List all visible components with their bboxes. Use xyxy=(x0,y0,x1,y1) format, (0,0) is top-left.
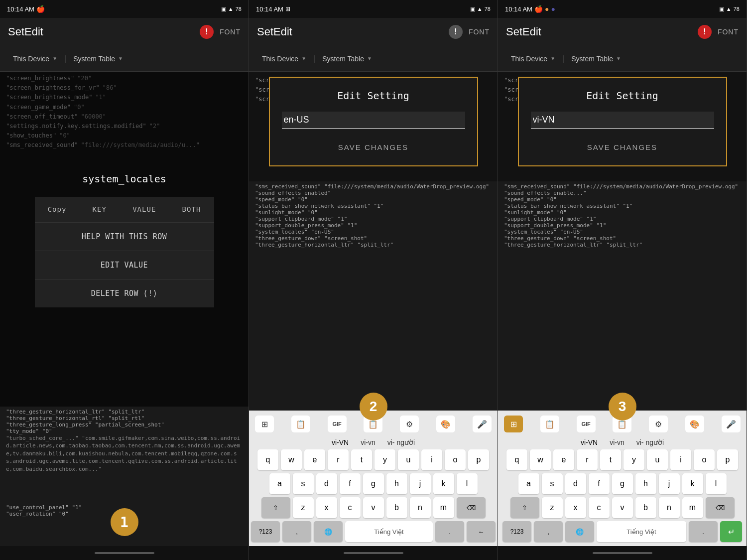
key-n-2[interactable]: n xyxy=(410,497,431,518)
key-y-2[interactable]: y xyxy=(374,449,395,470)
key-l-2[interactable]: l xyxy=(457,473,478,494)
table-dropdown-1[interactable]: System Table ▼ xyxy=(68,52,128,66)
key-backspace-3[interactable]: ⌫ xyxy=(706,497,735,518)
error-icon-2[interactable]: ! xyxy=(449,25,463,39)
table-dropdown-2[interactable]: System Table ▼ xyxy=(317,52,377,66)
key-n-3[interactable]: n xyxy=(659,497,680,518)
key-t-2[interactable]: t xyxy=(351,449,372,470)
edit-input-2[interactable] xyxy=(282,112,465,129)
key-enter-3[interactable]: ↵ xyxy=(720,521,742,542)
key-h-3[interactable]: h xyxy=(635,473,656,494)
delete-row[interactable]: DELETE ROW (!) xyxy=(35,280,214,307)
key-w-2[interactable]: w xyxy=(281,449,302,470)
save-btn-3[interactable]: SAVE CHANGES xyxy=(531,139,714,155)
device-dropdown-2[interactable]: This Device ▼ xyxy=(257,52,311,66)
key-shift-2[interactable]: ⇧ xyxy=(261,497,290,518)
key-p-3[interactable]: p xyxy=(717,449,738,470)
device-dropdown-3[interactable]: This Device ▼ xyxy=(506,52,560,66)
key-s-3[interactable]: s xyxy=(542,473,563,494)
key-a-3[interactable]: a xyxy=(518,473,539,494)
key-comma-2[interactable]: , xyxy=(282,521,311,542)
kb-theme-btn-2[interactable]: 🎨 xyxy=(436,416,455,432)
key-u-2[interactable]: u xyxy=(398,449,419,470)
key-j-2[interactable]: j xyxy=(410,473,431,494)
key-o-2[interactable]: o xyxy=(445,449,466,470)
kb-gif-btn-2[interactable]: GIF xyxy=(328,416,347,432)
copy-label[interactable]: Copy xyxy=(48,204,67,215)
key-o-3[interactable]: o xyxy=(694,449,715,470)
kb-mic-btn-3[interactable]: 🎤 xyxy=(722,416,741,432)
error-icon-3[interactable]: ! xyxy=(698,25,712,39)
suggestion-2-2[interactable]: vi- người xyxy=(387,438,415,446)
key-l-3[interactable]: l xyxy=(706,473,727,494)
both-label[interactable]: BOTH xyxy=(182,204,201,215)
key-backspace-2[interactable]: ⌫ xyxy=(457,497,486,518)
font-label-2[interactable]: FONT xyxy=(469,28,490,36)
key-r-3[interactable]: r xyxy=(577,449,598,470)
key-m-2[interactable]: m xyxy=(433,497,454,518)
key-y-3[interactable]: y xyxy=(623,449,644,470)
device-dropdown-1[interactable]: This Device ▼ xyxy=(8,52,62,66)
key-w-3[interactable]: w xyxy=(530,449,551,470)
kb-clip-btn-2[interactable]: 📋 xyxy=(291,416,310,432)
font-label-3[interactable]: FONT xyxy=(718,28,739,36)
key-e-2[interactable]: e xyxy=(304,449,325,470)
suggestion-1-2[interactable]: vi-vn xyxy=(361,438,375,446)
kb-gif-btn-3[interactable]: GIF xyxy=(577,416,596,432)
key-a-2[interactable]: a xyxy=(269,473,290,494)
key-z-2[interactable]: z xyxy=(293,497,314,518)
key-d-3[interactable]: d xyxy=(565,473,586,494)
kb-settings-btn-3[interactable]: ⚙ xyxy=(649,416,668,432)
kb-settings-btn-2[interactable]: ⚙ xyxy=(400,416,419,432)
edit-value-row[interactable]: EDIT VALUE xyxy=(35,251,214,280)
font-label-1[interactable]: FONT xyxy=(220,28,241,36)
kb-clip-btn-3[interactable]: 📋 xyxy=(540,416,559,432)
key-comma-3[interactable]: , xyxy=(534,521,563,542)
kb-grid-btn-3[interactable]: ⊞ xyxy=(504,416,523,432)
key-period-3[interactable]: . xyxy=(689,521,718,542)
key-b-2[interactable]: b xyxy=(386,497,407,518)
key-label[interactable]: KEY xyxy=(93,204,107,215)
key-v-3[interactable]: v xyxy=(612,497,633,518)
key-i-2[interactable]: i xyxy=(421,449,442,470)
key-space-3[interactable]: Tiếng Việt xyxy=(597,521,686,542)
value-label[interactable]: VALUE xyxy=(132,204,156,215)
table-dropdown-3[interactable]: System Table ▼ xyxy=(566,52,626,66)
key-z-3[interactable]: z xyxy=(542,497,563,518)
suggestion-1-3[interactable]: vi-vn xyxy=(610,438,624,446)
key-globe-2[interactable]: 🌐 xyxy=(314,521,343,542)
kb-mic-btn-2[interactable]: 🎤 xyxy=(473,416,492,432)
key-x-2[interactable]: x xyxy=(316,497,337,518)
key-r-2[interactable]: r xyxy=(328,449,349,470)
key-k-2[interactable]: k xyxy=(433,473,454,494)
key-h-2[interactable]: h xyxy=(386,473,407,494)
kb-grid-btn-2[interactable]: ⊞ xyxy=(255,416,274,432)
save-btn-2[interactable]: SAVE CHANGES xyxy=(282,139,465,155)
key-period-2[interactable]: . xyxy=(435,521,464,542)
help-row[interactable]: HELP WITH THIS ROW xyxy=(35,223,214,251)
key-c-2[interactable]: c xyxy=(340,497,361,518)
key-123-2[interactable]: ?123 xyxy=(251,521,280,542)
key-globe-3[interactable]: 🌐 xyxy=(565,521,594,542)
key-f-3[interactable]: f xyxy=(589,473,610,494)
key-space-2[interactable]: Tiếng Việt xyxy=(345,521,433,542)
edit-input-3[interactable] xyxy=(531,112,714,129)
key-j-3[interactable]: j xyxy=(659,473,680,494)
key-i-3[interactable]: i xyxy=(670,449,691,470)
key-g-3[interactable]: g xyxy=(612,473,633,494)
key-s-2[interactable]: s xyxy=(293,473,314,494)
key-e-3[interactable]: e xyxy=(553,449,574,470)
key-k-3[interactable]: k xyxy=(682,473,703,494)
suggestion-0-2[interactable]: vi-VN xyxy=(332,438,349,446)
key-c-3[interactable]: c xyxy=(589,497,610,518)
key-m-3[interactable]: m xyxy=(682,497,703,518)
key-b-3[interactable]: b xyxy=(635,497,656,518)
key-q-2[interactable]: q xyxy=(257,449,278,470)
key-123-3[interactable]: ?123 xyxy=(502,521,531,542)
key-f-2[interactable]: f xyxy=(340,473,361,494)
key-g-2[interactable]: g xyxy=(363,473,384,494)
key-shift-3[interactable]: ⇧ xyxy=(510,497,539,518)
key-q-3[interactable]: q xyxy=(506,449,527,470)
key-v-2[interactable]: v xyxy=(363,497,384,518)
key-u-3[interactable]: u xyxy=(647,449,668,470)
